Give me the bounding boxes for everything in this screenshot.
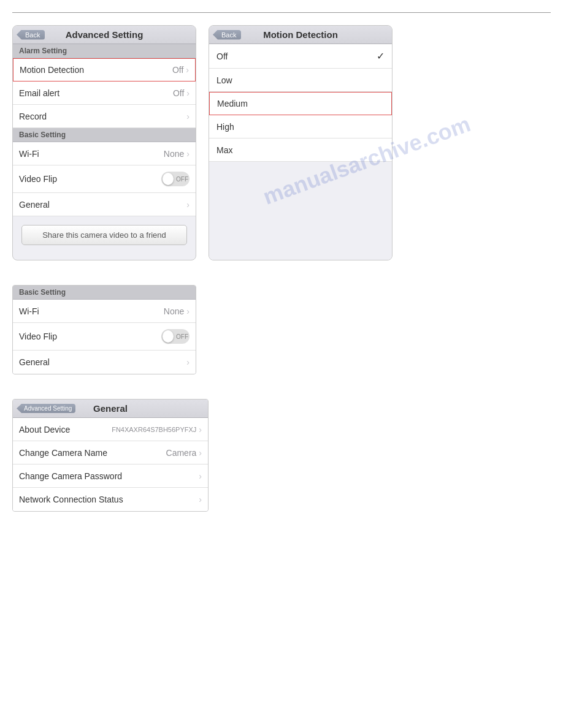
basic-wifi-value: None › [164, 306, 190, 316]
basic-video-flip-label: Video Flip [19, 332, 57, 341]
wifi-chevron: › [186, 149, 190, 159]
record-row[interactable]: Record › [13, 105, 196, 128]
motion-detection-panel-title: Motion Detection [263, 29, 338, 40]
option-low-row[interactable]: Low [209, 69, 392, 92]
advanced-setting-title: Advanced Setting [66, 29, 144, 40]
record-chevron: › [186, 112, 190, 121]
motion-detection-empty-area [209, 162, 392, 260]
option-off-checkmark: ✓ [377, 50, 385, 62]
change-camera-name-chevron: › [199, 448, 202, 458]
motion-detection-back-btn[interactable]: Back [213, 30, 241, 40]
option-off-label: Off [216, 51, 228, 61]
record-label: Record [19, 112, 47, 121]
advanced-setting-back-btn[interactable]: Back [17, 30, 45, 40]
general-label: General [19, 200, 50, 210]
video-flip-label: Video Flip [19, 174, 57, 184]
video-flip-toggle-label: OFF [176, 176, 188, 183]
network-connection-row[interactable]: Network Connection Status › [13, 488, 208, 511]
basic-general-label: General [19, 357, 50, 367]
option-medium-row[interactable]: Medium [209, 92, 392, 115]
basic-video-flip-knob [163, 330, 174, 343]
general-chevron: › [186, 200, 190, 210]
basic-general-chevron: › [186, 357, 190, 367]
change-camera-password-value: › [199, 471, 202, 481]
general-panel-title: General [93, 403, 128, 414]
basic-video-flip-toggle-label: OFF [176, 333, 188, 340]
motion-detection-panel-header: Back Motion Detection [209, 26, 392, 44]
video-flip-toggle[interactable]: OFF [161, 172, 190, 186]
email-alert-label: Email alert [19, 88, 59, 98]
motion-detection-panel: Back Motion Detection Off ✓ Low Medium H… [209, 25, 393, 260]
motion-detection-chevron: › [186, 65, 189, 75]
about-device-row[interactable]: About Device FN4XAXR64S7BH56PYFXJ › [13, 418, 208, 441]
motion-detection-row[interactable]: Motion Detection Off › [13, 58, 196, 82]
about-device-value: FN4XAXR64S7BH56PYFXJ › [112, 425, 202, 434]
option-off-row[interactable]: Off ✓ [209, 44, 392, 69]
wifi-value: None › [164, 149, 190, 159]
option-low-label: Low [216, 75, 232, 85]
record-value: › [186, 112, 190, 121]
video-flip-toggle-knob [163, 173, 174, 185]
about-device-label: About Device [19, 425, 70, 434]
basic-setting-panel: Basic Setting Wi-Fi None › Video Flip OF… [12, 285, 196, 374]
basic-general-row[interactable]: General › [13, 351, 196, 374]
general-value: › [186, 200, 190, 210]
change-camera-password-chevron: › [199, 471, 202, 481]
wifi-row[interactable]: Wi-Fi None › [13, 142, 196, 165]
change-camera-name-value: Camera › [166, 448, 202, 458]
motion-detection-value: Off › [172, 65, 189, 75]
advanced-setting-header: Back Advanced Setting [13, 26, 196, 44]
general-panel-header: Advanced Setting General [13, 400, 208, 418]
change-camera-name-row[interactable]: Change Camera Name Camera › [13, 441, 208, 464]
advanced-setting-panel: Back Advanced Setting Alarm Setting Moti… [12, 25, 196, 260]
general-back-btn[interactable]: Advanced Setting [17, 404, 75, 413]
basic-video-flip-row[interactable]: Video Flip OFF [13, 323, 196, 351]
option-max-row[interactable]: Max [209, 138, 392, 162]
share-camera-btn[interactable]: Share this camera video to a friend [21, 225, 187, 245]
change-camera-password-label: Change Camera Password [19, 471, 122, 481]
general-panel-row: Advanced Setting General About Device FN… [12, 399, 551, 512]
general-panel: Advanced Setting General About Device FN… [12, 399, 209, 512]
email-alert-row[interactable]: Email alert Off › [13, 82, 196, 105]
top-panels-row: Back Advanced Setting Alarm Setting Moti… [12, 25, 551, 260]
general-row[interactable]: General › [13, 193, 196, 216]
basic-wifi-label: Wi-Fi [19, 306, 39, 316]
option-high-label: High [216, 122, 234, 132]
basic-setting-section-header: Basic Setting [13, 128, 196, 142]
basic-wifi-chevron: › [186, 306, 190, 316]
main-content: Back Advanced Setting Alarm Setting Moti… [12, 25, 551, 512]
motion-detection-label: Motion Detection [20, 65, 84, 75]
top-border [12, 12, 551, 13]
basic-wifi-row[interactable]: Wi-Fi None › [13, 300, 196, 323]
basic-video-flip-toggle[interactable]: OFF [161, 329, 190, 344]
video-flip-row[interactable]: Video Flip OFF [13, 165, 196, 193]
network-connection-value: › [199, 495, 202, 504]
network-connection-chevron: › [199, 495, 202, 504]
network-connection-label: Network Connection Status [19, 495, 123, 504]
option-medium-label: Medium [217, 99, 248, 108]
option-high-row[interactable]: High [209, 115, 392, 138]
option-max-label: Max [216, 145, 232, 155]
basic-general-value: › [186, 357, 190, 367]
alarm-setting-section-header: Alarm Setting [13, 44, 196, 58]
basic-setting-row: Basic Setting Wi-Fi None › Video Flip OF… [12, 285, 551, 374]
about-device-chevron: › [199, 425, 202, 434]
email-alert-value: Off › [173, 88, 190, 98]
basic-setting-panel-header: Basic Setting [13, 286, 196, 300]
email-alert-chevron: › [186, 88, 190, 98]
change-camera-password-row[interactable]: Change Camera Password › [13, 464, 208, 488]
wifi-label: Wi-Fi [19, 149, 39, 159]
change-camera-name-label: Change Camera Name [19, 448, 107, 458]
